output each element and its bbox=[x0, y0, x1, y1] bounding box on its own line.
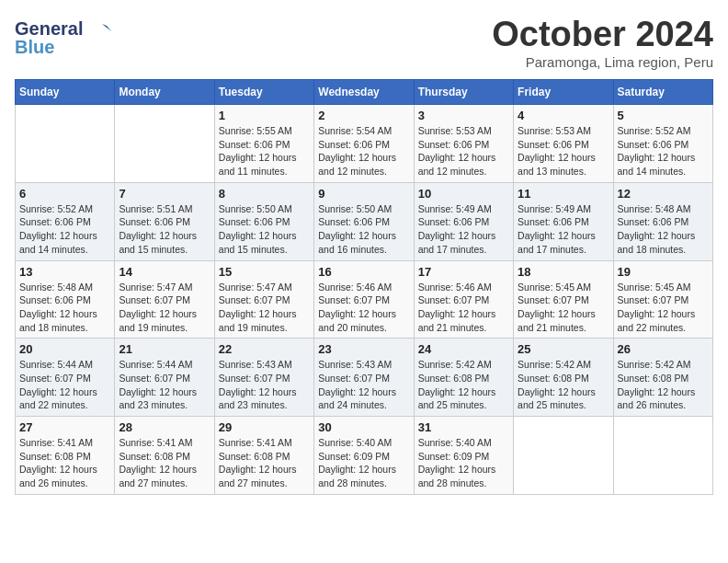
table-row: 29Sunrise: 5:41 AMSunset: 6:08 PMDayligh… bbox=[214, 417, 313, 495]
day-number: 22 bbox=[219, 342, 310, 356]
day-info: Sunrise: 5:42 AMSunset: 6:08 PMDaylight:… bbox=[618, 358, 709, 412]
svg-text:General: General bbox=[15, 18, 83, 39]
table-row: 17Sunrise: 5:46 AMSunset: 6:07 PMDayligh… bbox=[414, 260, 513, 339]
day-number: 10 bbox=[418, 187, 509, 201]
day-number: 7 bbox=[119, 187, 210, 201]
day-info: Sunrise: 5:41 AMSunset: 6:08 PMDaylight:… bbox=[19, 436, 110, 490]
day-info: Sunrise: 5:42 AMSunset: 6:08 PMDaylight:… bbox=[518, 358, 609, 412]
day-info: Sunrise: 5:48 AMSunset: 6:06 PMDaylight:… bbox=[19, 281, 110, 335]
day-info: Sunrise: 5:49 AMSunset: 6:06 PMDaylight:… bbox=[418, 202, 509, 257]
day-info: Sunrise: 5:46 AMSunset: 6:07 PMDaylight:… bbox=[318, 281, 409, 335]
table-row: 30Sunrise: 5:40 AMSunset: 6:09 PMDayligh… bbox=[314, 417, 414, 495]
day-info: Sunrise: 5:44 AMSunset: 6:07 PMDaylight:… bbox=[119, 358, 210, 412]
day-number: 9 bbox=[318, 187, 409, 201]
col-tuesday: Tuesday bbox=[214, 80, 313, 105]
calendar-week-row: 13Sunrise: 5:48 AMSunset: 6:06 PMDayligh… bbox=[16, 260, 713, 339]
day-number: 23 bbox=[318, 342, 409, 356]
table-row: 3Sunrise: 5:53 AMSunset: 6:06 PMDaylight… bbox=[414, 105, 513, 183]
table-row: 27Sunrise: 5:41 AMSunset: 6:08 PMDayligh… bbox=[16, 417, 115, 495]
table-row bbox=[115, 105, 214, 183]
day-info: Sunrise: 5:53 AMSunset: 6:06 PMDaylight:… bbox=[418, 124, 509, 178]
table-row: 19Sunrise: 5:45 AMSunset: 6:07 PMDayligh… bbox=[613, 260, 712, 339]
day-number: 8 bbox=[219, 187, 310, 201]
day-info: Sunrise: 5:40 AMSunset: 6:09 PMDaylight:… bbox=[418, 436, 509, 490]
day-number: 12 bbox=[618, 187, 709, 201]
day-info: Sunrise: 5:41 AMSunset: 6:08 PMDaylight:… bbox=[219, 436, 310, 490]
day-info: Sunrise: 5:43 AMSunset: 6:07 PMDaylight:… bbox=[318, 358, 409, 412]
day-number: 4 bbox=[518, 109, 609, 122]
table-row: 14Sunrise: 5:47 AMSunset: 6:07 PMDayligh… bbox=[115, 260, 214, 339]
logo: GeneralBlue bbox=[15, 15, 125, 61]
col-thursday: Thursday bbox=[414, 80, 513, 105]
day-number: 29 bbox=[219, 420, 310, 434]
day-info: Sunrise: 5:54 AMSunset: 6:06 PMDaylight:… bbox=[318, 124, 409, 178]
day-number: 31 bbox=[418, 420, 509, 434]
table-row: 16Sunrise: 5:46 AMSunset: 6:07 PMDayligh… bbox=[314, 260, 414, 339]
day-number: 2 bbox=[318, 109, 409, 122]
subtitle: Paramonga, Lima region, Peru bbox=[492, 54, 713, 70]
table-row: 25Sunrise: 5:42 AMSunset: 6:08 PMDayligh… bbox=[514, 339, 613, 417]
day-number: 25 bbox=[518, 342, 609, 356]
day-number: 26 bbox=[618, 342, 709, 356]
table-row: 18Sunrise: 5:45 AMSunset: 6:07 PMDayligh… bbox=[514, 260, 613, 339]
calendar-week-row: 6Sunrise: 5:52 AMSunset: 6:06 PMDaylight… bbox=[16, 182, 713, 260]
table-row: 28Sunrise: 5:41 AMSunset: 6:08 PMDayligh… bbox=[115, 417, 214, 495]
day-info: Sunrise: 5:52 AMSunset: 6:06 PMDaylight:… bbox=[618, 124, 709, 178]
day-number: 3 bbox=[418, 109, 509, 122]
svg-marker-2 bbox=[102, 24, 111, 31]
day-number: 18 bbox=[518, 265, 609, 279]
table-row: 1Sunrise: 5:55 AMSunset: 6:06 PMDaylight… bbox=[214, 105, 313, 183]
day-info: Sunrise: 5:49 AMSunset: 6:06 PMDaylight:… bbox=[518, 202, 609, 257]
day-number: 17 bbox=[418, 265, 509, 279]
table-row: 23Sunrise: 5:43 AMSunset: 6:07 PMDayligh… bbox=[314, 339, 414, 417]
table-row: 7Sunrise: 5:51 AMSunset: 6:06 PMDaylight… bbox=[115, 182, 214, 260]
day-number: 20 bbox=[19, 342, 110, 356]
day-info: Sunrise: 5:47 AMSunset: 6:07 PMDaylight:… bbox=[219, 281, 310, 335]
month-title: October 2024 bbox=[492, 15, 713, 54]
table-row: 13Sunrise: 5:48 AMSunset: 6:06 PMDayligh… bbox=[16, 260, 115, 339]
day-number: 11 bbox=[518, 187, 609, 201]
day-number: 30 bbox=[318, 420, 409, 434]
title-block: October 2024 Paramonga, Lima region, Per… bbox=[492, 15, 713, 70]
day-info: Sunrise: 5:40 AMSunset: 6:09 PMDaylight:… bbox=[318, 436, 409, 490]
day-info: Sunrise: 5:45 AMSunset: 6:07 PMDaylight:… bbox=[518, 281, 609, 335]
day-info: Sunrise: 5:42 AMSunset: 6:08 PMDaylight:… bbox=[418, 358, 509, 412]
day-number: 1 bbox=[219, 109, 310, 122]
day-number: 28 bbox=[119, 420, 210, 434]
table-row: 5Sunrise: 5:52 AMSunset: 6:06 PMDaylight… bbox=[613, 105, 712, 183]
table-row: 24Sunrise: 5:42 AMSunset: 6:08 PMDayligh… bbox=[414, 339, 513, 417]
day-number: 24 bbox=[418, 342, 509, 356]
calendar-week-row: 27Sunrise: 5:41 AMSunset: 6:08 PMDayligh… bbox=[16, 417, 713, 495]
col-wednesday: Wednesday bbox=[314, 80, 414, 105]
calendar-header-row: Sunday Monday Tuesday Wednesday Thursday… bbox=[16, 80, 713, 105]
day-info: Sunrise: 5:53 AMSunset: 6:06 PMDaylight:… bbox=[518, 124, 609, 178]
table-row: 8Sunrise: 5:50 AMSunset: 6:06 PMDaylight… bbox=[214, 182, 313, 260]
calendar-week-row: 20Sunrise: 5:44 AMSunset: 6:07 PMDayligh… bbox=[16, 339, 713, 417]
day-number: 6 bbox=[19, 187, 110, 201]
col-saturday: Saturday bbox=[613, 80, 712, 105]
table-row: 22Sunrise: 5:43 AMSunset: 6:07 PMDayligh… bbox=[214, 339, 313, 417]
day-info: Sunrise: 5:50 AMSunset: 6:06 PMDaylight:… bbox=[318, 202, 409, 257]
day-info: Sunrise: 5:43 AMSunset: 6:07 PMDaylight:… bbox=[219, 358, 310, 412]
table-row: 26Sunrise: 5:42 AMSunset: 6:08 PMDayligh… bbox=[613, 339, 712, 417]
day-info: Sunrise: 5:47 AMSunset: 6:07 PMDaylight:… bbox=[119, 281, 210, 335]
day-number: 21 bbox=[119, 342, 210, 356]
day-info: Sunrise: 5:52 AMSunset: 6:06 PMDaylight:… bbox=[19, 202, 110, 257]
svg-text:Blue: Blue bbox=[15, 37, 54, 57]
table-row: 12Sunrise: 5:48 AMSunset: 6:06 PMDayligh… bbox=[613, 182, 712, 260]
table-row: 11Sunrise: 5:49 AMSunset: 6:06 PMDayligh… bbox=[514, 182, 613, 260]
day-info: Sunrise: 5:50 AMSunset: 6:06 PMDaylight:… bbox=[219, 202, 310, 257]
day-info: Sunrise: 5:46 AMSunset: 6:07 PMDaylight:… bbox=[418, 281, 509, 335]
day-info: Sunrise: 5:48 AMSunset: 6:06 PMDaylight:… bbox=[618, 202, 709, 257]
table-row: 9Sunrise: 5:50 AMSunset: 6:06 PMDaylight… bbox=[314, 182, 414, 260]
col-sunday: Sunday bbox=[16, 80, 115, 105]
day-info: Sunrise: 5:45 AMSunset: 6:07 PMDaylight:… bbox=[618, 281, 709, 335]
table-row bbox=[514, 417, 613, 495]
col-friday: Friday bbox=[514, 80, 613, 105]
day-number: 5 bbox=[618, 109, 709, 122]
table-row bbox=[16, 105, 115, 183]
day-number: 15 bbox=[219, 265, 310, 279]
day-number: 14 bbox=[119, 265, 210, 279]
table-row: 15Sunrise: 5:47 AMSunset: 6:07 PMDayligh… bbox=[214, 260, 313, 339]
table-row: 6Sunrise: 5:52 AMSunset: 6:06 PMDaylight… bbox=[16, 182, 115, 260]
